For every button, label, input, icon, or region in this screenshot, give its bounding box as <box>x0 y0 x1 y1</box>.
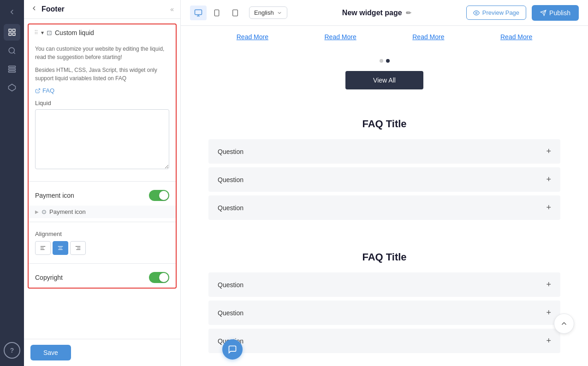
sidebar-content: ⠿ ▾ ⊡ Custom liquid You can customize yo… <box>24 19 180 339</box>
scroll-to-top-button[interactable] <box>554 313 574 334</box>
faq-expand-icon-1-1: + <box>546 147 551 156</box>
faq-question-1-2: Question <box>218 176 244 183</box>
liquid-label: Liquid <box>35 100 169 106</box>
faq-link-label: FAQ <box>42 87 54 94</box>
main-area: English New widget page ✏ Preview Page P… <box>181 0 588 366</box>
divider-3 <box>29 263 176 264</box>
edit-title-icon[interactable]: ✏ <box>406 9 411 17</box>
dot-2 <box>386 59 390 63</box>
custom-liquid-desc1: You can customize your website by editin… <box>35 45 169 61</box>
custom-liquid-section: ⠿ ▾ ⊡ Custom liquid You can customize yo… <box>28 24 177 289</box>
faq-question-1-3: Question <box>218 204 244 212</box>
sidebar-title: Footer <box>42 5 166 13</box>
faq-question-1-1: Question <box>218 148 244 155</box>
language-selector[interactable]: English <box>249 6 287 19</box>
dot-1 <box>380 59 383 63</box>
faq-item-1-3[interactable]: Question + <box>208 195 560 220</box>
mobile-device-button[interactable] <box>208 6 225 20</box>
svg-point-4 <box>9 47 14 53</box>
svg-line-10 <box>37 89 40 91</box>
faq-item-2-3[interactable]: Question + <box>208 329 560 353</box>
faq-expand-icon-2-1: + <box>546 280 551 289</box>
svg-rect-2 <box>9 33 11 35</box>
faq-item-2-1[interactable]: Question + <box>208 272 560 297</box>
faq-item-2-2[interactable]: Question + <box>208 301 560 325</box>
read-more-link-3[interactable]: Read More <box>412 33 444 41</box>
svg-marker-9 <box>9 84 16 91</box>
faq-expand-icon-2-3: + <box>546 336 551 346</box>
divider-2 <box>29 222 176 222</box>
faq-section-1: FAQ Title Question + Question + Question… <box>181 104 588 237</box>
payment-sub-label: Payment icon <box>49 208 86 215</box>
svg-rect-25 <box>233 10 238 16</box>
sidebar-header: Footer « <box>24 0 180 19</box>
page-title: New widget page ✏ <box>293 9 461 17</box>
svg-line-5 <box>13 52 15 53</box>
alignment-section: Alignment <box>29 226 176 260</box>
drag-handle-icon[interactable]: ⠿ <box>34 30 38 36</box>
svg-rect-20 <box>195 10 202 15</box>
faq-item-1-1[interactable]: Question + <box>208 139 560 164</box>
faq-question-2-2: Question <box>218 309 244 317</box>
sidebar-footer: Save <box>24 339 180 366</box>
payment-icon-toggle[interactable] <box>149 190 169 201</box>
read-more-link-1[interactable]: Read More <box>237 33 268 41</box>
toggle-track <box>149 190 169 201</box>
preview-label: Preview Page <box>482 9 519 16</box>
faq-expand-icon-2-2: + <box>546 308 551 318</box>
faq-link[interactable]: FAQ <box>35 87 169 94</box>
svg-rect-0 <box>9 29 11 31</box>
alignment-label: Alignment <box>35 230 169 237</box>
faq-item-1-2[interactable]: Question + <box>208 167 560 192</box>
payment-icon-sub-row[interactable]: ▶ ⊙ Payment icon <box>29 206 176 218</box>
payment-icon-row: Payment icon <box>29 185 176 206</box>
liquid-textarea[interactable] <box>35 109 169 169</box>
svg-rect-1 <box>13 29 15 31</box>
copyright-row: Copyright <box>29 267 176 288</box>
copyright-toggle[interactable] <box>149 272 169 283</box>
svg-rect-6 <box>9 66 16 67</box>
tablet-device-button[interactable] <box>227 6 244 20</box>
desktop-device-button[interactable] <box>190 6 207 20</box>
svg-rect-7 <box>9 69 16 70</box>
save-button[interactable]: Save <box>30 345 71 360</box>
nav-pages-icon[interactable] <box>4 24 20 41</box>
alignment-buttons <box>35 241 169 255</box>
faq-title-1: FAQ Title <box>208 118 560 130</box>
custom-liquid-desc2: Besides HTML, CSS, Java Script, this wid… <box>35 66 169 83</box>
align-right-button[interactable] <box>70 241 86 255</box>
sidebar-back-button[interactable] <box>30 5 38 14</box>
custom-liquid-body: You can customize your website by editin… <box>29 41 176 177</box>
canvas: Read More Read More Read More Read More … <box>181 26 588 366</box>
nav-back-icon[interactable] <box>4 4 20 20</box>
nav-help-icon[interactable]: ? <box>4 342 20 359</box>
chat-button[interactable] <box>222 339 243 360</box>
preview-page-button[interactable]: Preview Page <box>466 6 526 20</box>
nav-seo-icon[interactable] <box>4 42 20 59</box>
align-left-button[interactable] <box>35 241 51 255</box>
divider-1 <box>29 181 176 182</box>
copyright-toggle-thumb <box>159 273 168 282</box>
faq-expand-icon-1-3: + <box>546 203 551 213</box>
copyright-label: Copyright <box>35 274 63 281</box>
publish-label: Publish <box>549 9 570 17</box>
read-more-link-2[interactable]: Read More <box>324 33 356 41</box>
sidebar-collapse-button[interactable]: « <box>170 6 174 13</box>
custom-liquid-header[interactable]: ⠿ ▾ ⊡ Custom liquid <box>29 24 176 41</box>
svg-rect-23 <box>214 10 219 16</box>
read-more-link-4[interactable]: Read More <box>500 33 532 41</box>
sidebar-panel: Footer « ⠿ ▾ ⊡ Custom liquid You can cus… <box>24 0 181 366</box>
pagination-dots <box>181 54 588 67</box>
faq-expand-icon-1-2: + <box>546 175 551 184</box>
read-more-row: Read More Read More Read More Read More <box>181 26 588 54</box>
publish-button[interactable]: Publish <box>532 5 579 21</box>
custom-liquid-icon: ⊡ <box>47 29 52 36</box>
align-center-button[interactable] <box>53 241 68 255</box>
view-all-row: View All <box>181 67 588 104</box>
payment-sub-icon: ⊙ <box>42 208 47 215</box>
nav-blocks-icon[interactable] <box>4 61 20 77</box>
nav-components-icon[interactable] <box>4 79 20 96</box>
device-icons <box>190 6 244 20</box>
chevron-down-icon[interactable]: ▾ <box>41 30 44 36</box>
view-all-button[interactable]: View All <box>345 71 423 89</box>
